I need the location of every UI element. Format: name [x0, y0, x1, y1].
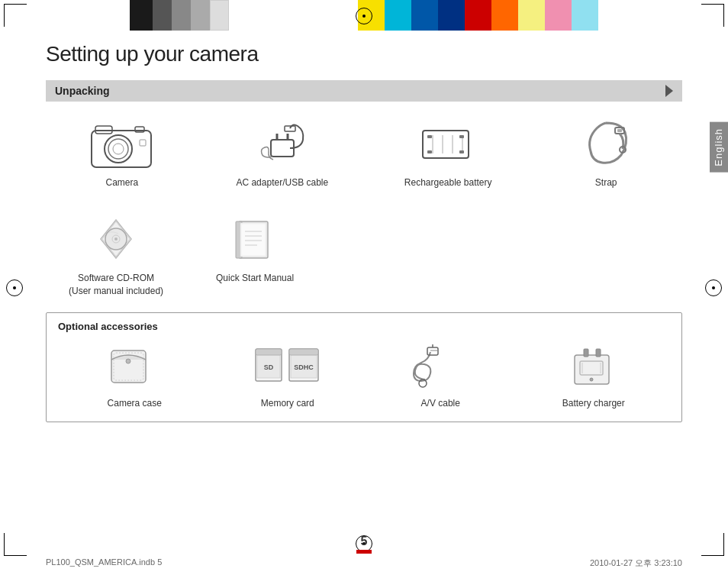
unpacking-title: Unpacking: [55, 85, 110, 97]
svg-rect-16: [427, 135, 432, 138]
corner-mark-bl: [4, 533, 27, 556]
svg-rect-31: [242, 225, 265, 255]
svg-rect-47: [427, 347, 438, 355]
list-item: AC adapter/USB cable: [236, 117, 328, 189]
list-item: Software CD-ROM(User manual included): [69, 212, 163, 298]
svg-rect-18: [459, 135, 464, 138]
corner-mark-br: [701, 533, 724, 556]
camera-icon: [88, 117, 156, 170]
svg-rect-53: [596, 349, 601, 357]
battery-label: Rechargeable battery: [404, 176, 492, 189]
svg-rect-11: [423, 131, 469, 158]
svg-rect-52: [584, 349, 588, 357]
list-item: Battery charger: [556, 341, 632, 410]
memory-card-label: Memory card: [261, 397, 314, 410]
footer: PL100_QSM_AMERICA.indb 5 2010-01-27 오후 3…: [46, 557, 682, 569]
page-number-area: 5: [356, 535, 372, 554]
reg-mark-left: [6, 279, 23, 296]
reg-mark-top: [356, 8, 372, 24]
svg-rect-17: [427, 150, 432, 153]
optional-accessories-section: Optional accessories Camera: [46, 312, 682, 422]
battery-charger-icon: [559, 341, 628, 391]
strap-icon: [575, 117, 636, 170]
battery-icon: [414, 117, 482, 170]
page-bar: [356, 550, 372, 554]
main-content: Setting up your camera Unpacking: [46, 42, 682, 541]
strap-label: Strap: [595, 176, 617, 189]
svg-text:SDHC: SDHC: [294, 363, 314, 371]
unpacking-header: Unpacking: [46, 80, 682, 102]
av-cable-icon: [406, 341, 475, 391]
ac-adapter-label: AC adapter/USB cable: [236, 176, 328, 189]
footer-right: 2010-01-27 오후 3:23:10: [590, 557, 682, 569]
svg-rect-42: [256, 349, 282, 355]
manual-icon: [221, 212, 289, 266]
optional-header: Optional accessories: [58, 321, 670, 332]
camera-case-label: Camera case: [108, 397, 162, 410]
battery-charger-label: Battery charger: [562, 397, 625, 410]
svg-point-27: [114, 237, 118, 241]
list-item: SD SDHC Memory card: [250, 341, 326, 410]
unpacking-items-row2: Software CD-ROM(User manual included): [46, 212, 682, 309]
footer-left: PL100_QSM_AMERICA.indb 5: [46, 557, 162, 569]
corner-mark-tl: [4, 4, 27, 27]
memory-card-icon: SD SDHC: [250, 341, 326, 391]
section-arrow: [665, 85, 673, 97]
list-item: Strap: [568, 117, 644, 189]
svg-point-38: [126, 359, 130, 363]
list-item: Camera case: [96, 341, 172, 410]
optional-items-grid: Camera case SD SDHC: [58, 341, 670, 410]
list-item: Camera: [84, 117, 160, 189]
ac-adapter-icon: [248, 117, 317, 170]
unpacking-items-row1: Camera AC adapter/USB cab: [46, 109, 682, 197]
svg-rect-6: [140, 140, 146, 146]
svg-point-3: [113, 144, 124, 154]
svg-rect-46: [289, 349, 318, 355]
list-item: Quick Start Manual: [209, 212, 301, 298]
svg-rect-21: [617, 129, 622, 132]
svg-point-2: [108, 139, 128, 159]
reg-mark-right: [705, 279, 722, 296]
page-number: 5: [356, 535, 372, 548]
english-tab: English: [710, 122, 728, 173]
av-cable-label: A/V cable: [421, 397, 460, 410]
svg-point-57: [590, 378, 593, 381]
camera-case-icon: [104, 341, 165, 391]
cd-rom-icon: [82, 212, 150, 266]
manual-label: Quick Start Manual: [216, 272, 294, 285]
list-item: A/V cable: [402, 341, 478, 410]
page-title: Setting up your camera: [46, 42, 682, 66]
camera-label: Camera: [105, 176, 138, 189]
svg-rect-19: [459, 150, 464, 153]
corner-mark-tr: [701, 4, 724, 27]
cd-rom-label: Software CD-ROM(User manual included): [69, 272, 163, 298]
list-item: Rechargeable battery: [404, 117, 492, 189]
svg-text:SD: SD: [263, 363, 273, 371]
